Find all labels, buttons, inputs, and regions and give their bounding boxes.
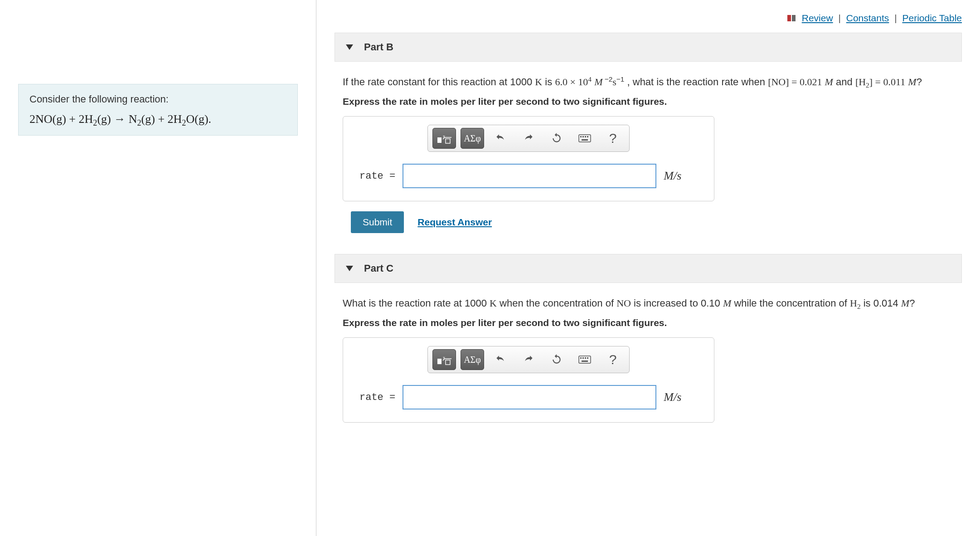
keyboard-button[interactable]	[573, 128, 597, 149]
svg-rect-11	[437, 359, 441, 364]
undo-button[interactable]	[489, 349, 512, 370]
reaction-equation: 2NO(g) + 2H2(g) → N2(g) + 2H2O(g).	[29, 112, 286, 126]
part-b-instruction: Express the rate in moles per liter per …	[343, 96, 954, 107]
svg-rect-1	[792, 15, 796, 21]
left-column: Consider the following reaction: 2NO(g) …	[0, 0, 316, 536]
reset-button[interactable]	[545, 128, 568, 149]
svg-rect-16	[582, 357, 584, 359]
svg-rect-17	[585, 357, 586, 359]
svg-rect-14	[579, 356, 591, 363]
svg-rect-13	[446, 360, 450, 365]
right-column: Review | Constants | Periodic Table Part…	[316, 0, 980, 536]
part-b-answer-input[interactable]	[403, 164, 656, 188]
submit-button[interactable]: Submit	[351, 211, 404, 233]
svg-rect-7	[582, 136, 584, 137]
svg-rect-0	[787, 15, 791, 21]
help-button[interactable]: ?	[601, 349, 625, 370]
part-c-input-row: rate = M/s	[353, 385, 704, 409]
greek-button[interactable]: ΑΣφ	[461, 349, 484, 370]
part-c-header[interactable]: Part C	[335, 254, 962, 283]
unit-label: M/s	[664, 169, 681, 183]
svg-rect-18	[587, 357, 588, 359]
part-b-title: Part B	[364, 41, 393, 53]
redo-button[interactable]	[517, 349, 540, 370]
flag-icon	[787, 14, 796, 24]
svg-rect-15	[580, 357, 582, 359]
redo-button[interactable]	[517, 128, 540, 149]
chevron-down-icon	[346, 44, 353, 50]
chevron-down-icon	[346, 266, 353, 271]
rate-label: rate =	[359, 171, 395, 182]
reaction-info-box: Consider the following reaction: 2NO(g) …	[18, 84, 298, 136]
unit-label: M/s	[664, 390, 681, 404]
svg-rect-19	[582, 361, 588, 362]
part-b-input-row: rate = M/s	[353, 164, 704, 188]
greek-button[interactable]: ΑΣφ	[461, 128, 484, 149]
separator: |	[835, 13, 843, 23]
template-button[interactable]: x	[432, 349, 456, 370]
reset-button[interactable]	[545, 349, 568, 370]
svg-rect-9	[587, 136, 588, 137]
svg-rect-10	[582, 139, 588, 141]
periodic-table-link[interactable]: Periodic Table	[902, 13, 962, 23]
part-b-body: If the rate constant for this reaction a…	[335, 74, 962, 233]
part-b-header[interactable]: Part B	[335, 33, 962, 62]
reaction-prompt: Consider the following reaction:	[29, 93, 286, 105]
equation-toolbar: x ΑΣφ	[427, 346, 630, 373]
part-c-title: Part C	[364, 263, 393, 274]
svg-rect-8	[585, 136, 586, 137]
review-link[interactable]: Review	[802, 13, 833, 23]
part-b-answer-box: x ΑΣφ	[343, 116, 714, 201]
rate-label: rate =	[359, 392, 395, 403]
part-c-question: What is the reaction rate at 1000 K when…	[343, 296, 954, 311]
part-c-answer-input[interactable]	[403, 385, 656, 409]
request-answer-link[interactable]: Request Answer	[417, 217, 492, 228]
keyboard-button[interactable]	[573, 349, 597, 370]
svg-rect-4	[446, 139, 450, 143]
part-b-question: If the rate constant for this reaction a…	[343, 74, 954, 90]
separator: |	[892, 13, 899, 23]
part-c-body: What is the reaction rate at 1000 K when…	[335, 296, 962, 423]
equation-toolbar: x ΑΣφ	[427, 125, 630, 152]
undo-button[interactable]	[489, 128, 512, 149]
part-b-actions: Submit Request Answer	[343, 211, 954, 233]
help-button[interactable]: ?	[601, 128, 625, 149]
part-c-instruction: Express the rate in moles per liter per …	[343, 317, 954, 328]
constants-link[interactable]: Constants	[846, 13, 889, 23]
svg-rect-5	[579, 135, 591, 142]
template-button[interactable]: x	[432, 128, 456, 149]
svg-rect-2	[437, 137, 441, 143]
part-c-answer-box: x ΑΣφ	[343, 337, 714, 423]
svg-rect-6	[580, 136, 582, 137]
top-links-bar: Review | Constants | Periodic Table	[335, 13, 962, 24]
